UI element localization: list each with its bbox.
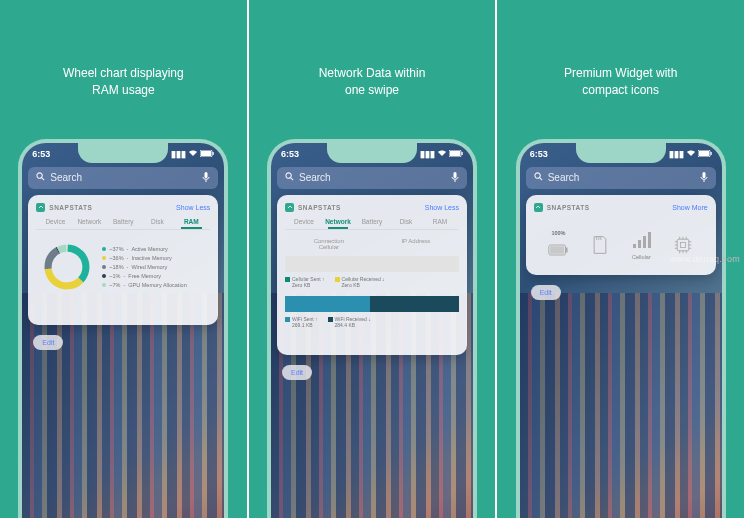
memory-stat — [590, 235, 610, 255]
tab-battery[interactable]: Battery — [355, 218, 389, 225]
memory-card-icon — [590, 235, 610, 255]
edit-button[interactable]: Edit — [531, 285, 561, 300]
cellular-stat: Cellular — [631, 230, 651, 260]
app-store-screenshots: Wheel chart displaying RAM usage 6:53 ▮▮… — [0, 0, 744, 518]
svg-line-24 — [540, 178, 542, 180]
ram-legend: ~37% - Active Memory ~36% - Inactive Mem… — [102, 246, 186, 288]
subtab-connection[interactable]: Connection Cellular — [314, 238, 344, 250]
widget-title: SNAPSTATS — [49, 204, 92, 211]
network-subtabs: Connection Cellular IP Address — [285, 238, 459, 250]
search-placeholder: Search — [50, 172, 82, 183]
svg-rect-18 — [454, 172, 457, 178]
dot-icon — [102, 283, 106, 287]
search-bar[interactable]: Search — [28, 167, 218, 189]
svg-rect-14 — [450, 151, 460, 156]
tab-ram[interactable]: RAM — [174, 218, 208, 225]
tab-disk[interactable]: Disk — [389, 218, 423, 225]
tab-ram[interactable]: RAM — [423, 218, 457, 225]
svg-rect-22 — [710, 152, 711, 155]
tab-battery[interactable]: Battery — [106, 218, 140, 225]
dot-icon — [102, 247, 106, 251]
tab-device[interactable]: Device — [287, 218, 321, 225]
tab-disk[interactable]: Disk — [140, 218, 174, 225]
svg-rect-19 — [287, 204, 293, 210]
battery-icon — [698, 149, 712, 159]
snapstats-widget: SNAPSTATS Show More 100% Cellular — [526, 195, 716, 275]
svg-rect-38 — [680, 242, 685, 247]
snapstats-widget: SNAPSTATS Show Less Device Network Batte… — [277, 195, 467, 355]
subtab-ip[interactable]: IP Address — [401, 238, 430, 250]
square-icon — [285, 317, 290, 322]
wifi-bar — [285, 296, 459, 312]
battery-icon — [200, 149, 214, 159]
notch — [576, 143, 666, 163]
widget-title: SNAPSTATS — [547, 204, 590, 211]
widget-tabs: Device Network Battery Disk RAM — [285, 218, 459, 230]
phone-frame: 6:53 ▮▮▮ Search SNAPSTATS Show Less — [267, 139, 477, 518]
time: 6:53 — [32, 149, 50, 159]
legend-row: ~1% - Free Memory — [102, 273, 186, 279]
svg-rect-6 — [38, 204, 44, 210]
notch — [327, 143, 417, 163]
legend-row: ~7% - GPU Memory Allocation — [102, 282, 186, 288]
svg-rect-28 — [566, 247, 568, 252]
svg-rect-26 — [535, 204, 541, 210]
panel-ram: Wheel chart displaying RAM usage 6:53 ▮▮… — [0, 0, 249, 518]
tab-network[interactable]: Network — [72, 218, 106, 225]
dot-icon — [102, 265, 106, 269]
tab-device[interactable]: Device — [38, 218, 72, 225]
edit-button[interactable]: Edit — [282, 365, 312, 380]
notch — [78, 143, 168, 163]
snapstats-widget: SNAPSTATS Show Less Device Network Batte… — [28, 195, 218, 325]
mic-icon[interactable] — [700, 172, 708, 184]
svg-point-23 — [535, 173, 540, 178]
svg-rect-29 — [551, 246, 565, 254]
wifi-icon — [437, 149, 447, 159]
caption: Premium Widget with compact icons — [564, 65, 677, 99]
show-more-link[interactable]: Show More — [672, 204, 707, 211]
svg-line-17 — [291, 178, 293, 180]
svg-rect-21 — [699, 151, 709, 156]
svg-rect-1 — [201, 151, 211, 156]
status-icons: ▮▮▮ — [420, 149, 463, 159]
mic-icon[interactable] — [451, 172, 459, 184]
app-icon — [285, 203, 294, 212]
status-icons: ▮▮▮ — [669, 149, 712, 159]
svg-rect-34 — [638, 240, 641, 248]
mic-icon[interactable] — [202, 172, 210, 184]
legend-row: ~37% - Active Memory — [102, 246, 186, 252]
app-icon — [534, 203, 543, 212]
show-less-link[interactable]: Show Less — [176, 204, 210, 211]
battery-icon — [449, 149, 463, 159]
app-icon — [36, 203, 45, 212]
show-less-link[interactable]: Show Less — [425, 204, 459, 211]
square-icon — [335, 277, 340, 282]
signal-icon: ▮▮▮ — [420, 149, 435, 159]
legend-row: ~36% - Inactive Memory — [102, 255, 186, 261]
square-icon — [328, 317, 333, 322]
svg-point-3 — [37, 173, 42, 178]
svg-rect-36 — [648, 232, 651, 248]
widget-tabs: Device Network Battery Disk RAM — [36, 218, 210, 230]
dot-icon — [102, 274, 106, 278]
svg-rect-35 — [643, 236, 646, 248]
search-placeholder: Search — [299, 172, 331, 183]
city-bg — [520, 293, 722, 518]
svg-line-4 — [42, 178, 44, 180]
search-bar[interactable]: Search — [526, 167, 716, 189]
cpu-chip-icon — [673, 235, 693, 255]
svg-rect-2 — [213, 152, 214, 155]
svg-rect-33 — [633, 244, 636, 248]
search-icon — [36, 172, 45, 183]
search-icon — [285, 172, 294, 183]
tab-network[interactable]: Network — [321, 218, 355, 225]
signal-icon: ▮▮▮ — [669, 149, 684, 159]
search-bar[interactable]: Search — [277, 167, 467, 189]
edit-button[interactable]: Edit — [33, 335, 63, 350]
time: 6:53 — [530, 149, 548, 159]
svg-rect-15 — [462, 152, 463, 155]
city-bg — [22, 293, 224, 518]
svg-point-16 — [286, 173, 291, 178]
cellular-legend: Cellular Sent ↑Zero KB Cellular Received… — [285, 276, 459, 288]
wifi-icon — [686, 149, 696, 159]
